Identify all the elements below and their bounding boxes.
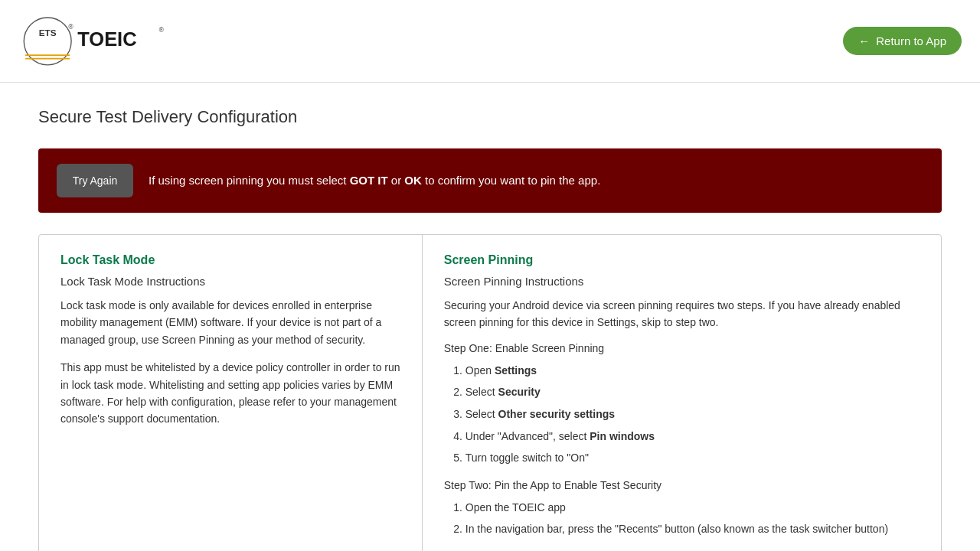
lock-task-mode-subtitle: Lock Task Mode Instructions: [60, 275, 400, 288]
return-button-label: Return to App: [876, 34, 946, 47]
try-again-button[interactable]: Try Again: [57, 164, 133, 197]
screen-pinning-title: Screen Pinning: [444, 253, 920, 267]
svg-text:®: ®: [68, 24, 73, 31]
lock-task-mode-para2: This app must be whitelisted by a device…: [60, 359, 400, 428]
alert-ok: OK: [404, 174, 422, 187]
screen-pinning-intro: Securing your Android device via screen …: [444, 297, 920, 331]
svg-point-0: [24, 18, 71, 65]
step-two-header: Step Two: Pin the App to Enable Test Sec…: [444, 479, 920, 491]
page-title: Secure Test Delivery Configuration: [38, 107, 942, 127]
svg-text:TOEIC: TOEIC: [77, 28, 136, 50]
svg-text:®: ®: [159, 27, 164, 34]
list-item: Open the TOEIC app: [466, 497, 920, 518]
list-item: Turn toggle switch to "On": [466, 448, 920, 468]
settings-bold: Settings: [495, 364, 537, 377]
other-security-bold: Other security settings: [498, 408, 616, 420]
list-item: Open Settings: [466, 360, 920, 381]
security-bold: Security: [498, 386, 541, 398]
screen-pinning-subtitle: Screen Pinning Instructions: [444, 275, 920, 288]
lock-task-mode-para1: Lock task mode is only available for dev…: [60, 297, 400, 348]
alert-got-it: GOT IT: [350, 174, 388, 187]
main-content: Secure Test Delivery Configuration Try A…: [0, 83, 980, 551]
header: ETS ® TOEIC ® ← Return to App: [0, 0, 980, 83]
pin-windows-bold: Pin windows: [590, 430, 655, 442]
lock-task-mode-title: Lock Task Mode: [60, 253, 400, 267]
step-one-header: Step One: Enable Screen Pinning: [444, 342, 920, 354]
list-item: Select Other security settings: [466, 404, 920, 425]
step-two-list: Open the TOEIC app In the navigation bar…: [444, 497, 920, 540]
list-item: Under "Advanced", select Pin windows: [466, 426, 920, 447]
alert-message: If using screen pinning you must select …: [149, 172, 600, 190]
step-one-list: Open Settings Select Security Select Oth…: [444, 360, 920, 468]
list-item: In the navigation bar, press the "Recent…: [466, 519, 920, 540]
alert-suffix: to confirm you want to pin the app.: [422, 174, 600, 187]
svg-text:ETS: ETS: [39, 28, 57, 38]
alert-box: Try Again If using screen pinning you mu…: [38, 148, 942, 213]
return-to-app-button[interactable]: ← Return to App: [843, 27, 962, 55]
list-item: Select Security: [466, 382, 920, 403]
arrow-left-icon: ←: [858, 34, 870, 47]
alert-or: or: [388, 174, 405, 187]
ets-toeic-logo: ETS ® TOEIC ®: [18, 12, 172, 70]
screen-pinning-section: Screen Pinning Screen Pinning Instructio…: [423, 235, 941, 551]
alert-prefix: If using screen pinning you must select: [149, 174, 350, 187]
instructions-container: Lock Task Mode Lock Task Mode Instructio…: [38, 234, 942, 551]
lock-task-mode-section: Lock Task Mode Lock Task Mode Instructio…: [39, 235, 423, 551]
logo-container: ETS ® TOEIC ®: [18, 12, 172, 70]
